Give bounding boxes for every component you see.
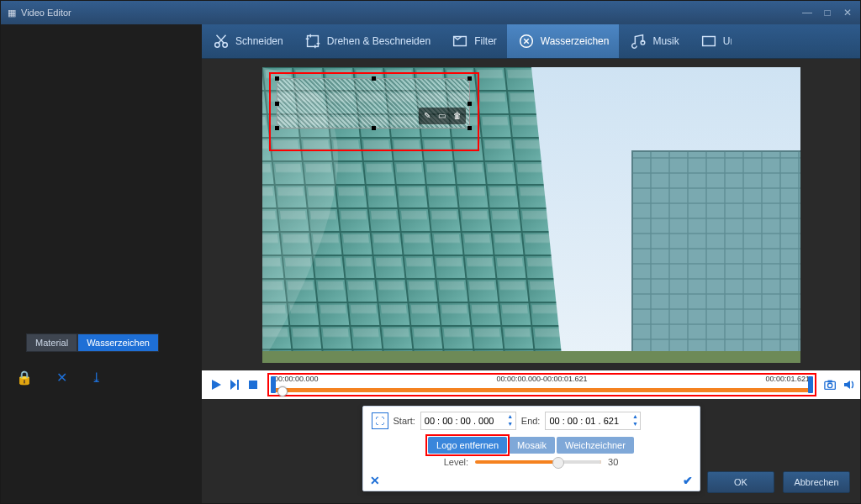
app-icon: ▦ [8, 8, 16, 18]
edit-icon[interactable]: ✎ [420, 109, 434, 123]
timeline-track [272, 388, 811, 392]
end-time-input[interactable]: ▲▼ [545, 412, 641, 430]
timeline-playhead[interactable] [277, 386, 288, 396]
level-value: 30 [608, 457, 618, 467]
image-icon[interactable]: ▭ [436, 109, 449, 123]
tab-label: Untertitel [723, 35, 732, 47]
tab-label: Filter [474, 35, 497, 47]
svg-rect-2 [307, 36, 318, 47]
watermark-selection[interactable]: ✎ ▭ 🗑 [277, 79, 469, 128]
tab-watermark[interactable]: Wasserzeichen [507, 24, 620, 58]
tab-filter[interactable]: Filter [441, 24, 507, 58]
ok-button[interactable]: OK [707, 471, 774, 493]
video-frame[interactable]: ✎ ▭ 🗑 [262, 67, 800, 363]
start-time-field[interactable] [421, 416, 505, 426]
cancel-button[interactable]: Abbrechen [783, 471, 850, 493]
panel-confirm-icon[interactable]: ✔ [683, 474, 693, 487]
tab-subtitles[interactable]: Untertitel [689, 24, 742, 58]
tab-rotate-crop[interactable]: Drehen & Beschneiden [293, 24, 441, 58]
titlebar: ▦ Video Editor — □ ✕ [1, 1, 860, 24]
level-slider[interactable] [475, 460, 601, 464]
end-time-field[interactable] [546, 416, 630, 426]
timeline-end-handle[interactable] [808, 376, 813, 393]
mode-blur[interactable]: Weichzeichner [557, 437, 634, 454]
end-up[interactable]: ▲ [630, 413, 640, 421]
end-down[interactable]: ▼ [630, 421, 640, 428]
tab-label: Schneiden [235, 35, 283, 47]
app-window: ▦ Video Editor — □ ✕ Material Wasserzeic… [0, 0, 861, 504]
delete-icon[interactable]: ✕ [56, 370, 67, 386]
panel-cancel-icon[interactable]: ✕ [370, 474, 380, 487]
timeline[interactable]: 00:00:00.000 00:00:00.000-00:00:01.621 0… [267, 373, 816, 396]
minimize-button[interactable]: — [801, 7, 813, 18]
sidebar-tab-material[interactable]: Material [26, 333, 77, 352]
export-icon[interactable]: ⤓ [91, 370, 102, 386]
svg-rect-17 [237, 380, 239, 390]
lock-icon[interactable]: 🔒 [16, 370, 33, 386]
timeline-end-label: 00:00:01.621 [765, 375, 810, 383]
start-time-input[interactable]: ▲▼ [420, 412, 516, 430]
timeline-start-handle[interactable] [271, 376, 276, 393]
tab-label: Musik [652, 35, 679, 47]
maximize-button[interactable]: □ [821, 7, 833, 18]
volume-button[interactable] [842, 377, 857, 392]
level-label: Level: [444, 457, 468, 467]
tab-label: Drehen & Beschneiden [327, 35, 430, 47]
timeline-controls: 00:00:00.000 00:00:00.000-00:00:01.621 0… [202, 370, 860, 399]
svg-rect-21 [827, 381, 832, 383]
fit-icon[interactable]: ⛶ [372, 412, 388, 429]
sidebar: Material Wasserzeichen 🔒 ✕ ⤓ [1, 24, 202, 503]
close-button[interactable]: ✕ [842, 7, 853, 18]
mode-label: Logo entfernen [436, 440, 499, 450]
svg-point-5 [642, 41, 646, 45]
svg-point-20 [827, 383, 832, 387]
tab-cut[interactable]: Schneiden [202, 24, 293, 58]
step-button[interactable] [227, 377, 242, 392]
timeline-start-label: 00:00:00.000 [274, 375, 319, 383]
svg-rect-6 [702, 37, 715, 46]
app-title: Video Editor [21, 8, 71, 18]
sidebar-tab-watermark[interactable]: Wasserzeichen [77, 333, 159, 352]
mode-remove-logo[interactable]: Logo entfernen [428, 437, 507, 454]
preview-area: ✎ ▭ 🗑 [202, 59, 860, 370]
stop-button[interactable] [246, 377, 261, 392]
tab-music[interactable]: Musik [619, 24, 689, 58]
svg-rect-16 [262, 351, 800, 363]
watermark-panel: ⛶ Start: ▲▼ End: ▲▼ [362, 406, 700, 491]
trash-icon[interactable]: 🗑 [451, 109, 464, 123]
end-label: End: [521, 416, 541, 426]
svg-rect-14 [632, 151, 800, 363]
timeline-range-label: 00:00:00.000-00:00:01.621 [496, 375, 587, 383]
level-slider-knob[interactable] [552, 457, 564, 469]
svg-rect-18 [249, 381, 257, 389]
mode-mosaic[interactable]: Mosaik [509, 437, 555, 454]
snapshot-button[interactable] [823, 377, 838, 392]
toolbar: Schneiden Drehen & Beschneiden Filter Wa… [202, 24, 860, 59]
start-up[interactable]: ▲ [505, 413, 515, 421]
start-down[interactable]: ▼ [505, 421, 515, 428]
start-label: Start: [394, 416, 415, 426]
play-button[interactable] [209, 377, 224, 392]
tab-label: Wasserzeichen [541, 35, 610, 47]
